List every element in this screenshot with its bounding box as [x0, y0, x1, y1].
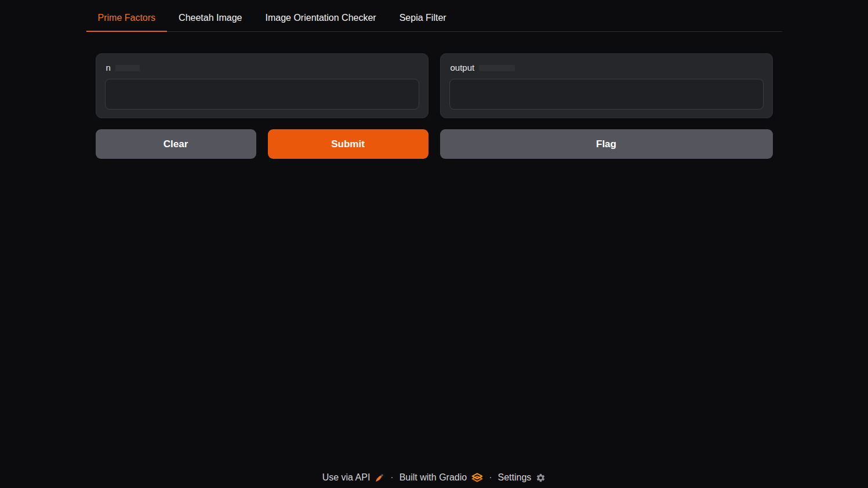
input-label-row: n: [106, 63, 419, 73]
settings-link[interactable]: Settings: [498, 472, 546, 483]
use-via-api-link[interactable]: Use via API: [322, 472, 385, 483]
flag-button[interactable]: Flag: [440, 129, 773, 159]
tab-prime-factors[interactable]: Prime Factors: [86, 5, 168, 32]
output-label-row: output: [451, 63, 764, 73]
output-button-row: Flag: [440, 129, 773, 159]
settings-label: Settings: [498, 472, 532, 483]
input-panel: n: [96, 53, 428, 118]
input-button-row: Clear Submit: [96, 129, 428, 159]
n-input[interactable]: [105, 79, 419, 110]
gear-icon: [536, 473, 546, 483]
output-column: output Flag: [440, 53, 773, 159]
footer-separator: ·: [390, 472, 393, 483]
rocket-icon: [375, 473, 384, 483]
label-shimmer: [115, 65, 140, 71]
output-panel: output: [440, 53, 773, 118]
input-label: n: [106, 63, 111, 73]
app-container: Prime Factors Cheetah Image Image Orient…: [86, 0, 782, 159]
main-content: n Clear Submit output Flag: [86, 53, 782, 159]
tab-bar: Prime Factors Cheetah Image Image Orient…: [86, 5, 782, 32]
output-label: output: [451, 63, 475, 73]
built-with-gradio-label: Built with Gradio: [400, 472, 467, 483]
gradio-logo-icon: [471, 473, 483, 482]
use-via-api-label: Use via API: [322, 472, 371, 483]
footer: Use via API · Built with Gradio · Settin…: [0, 472, 868, 483]
tab-cheetah-image[interactable]: Cheetah Image: [167, 5, 253, 32]
tab-image-orientation-checker[interactable]: Image Orientation Checker: [253, 5, 387, 32]
built-with-gradio-link[interactable]: Built with Gradio: [400, 472, 484, 483]
footer-separator: ·: [489, 472, 492, 483]
submit-button[interactable]: Submit: [268, 129, 428, 159]
label-shimmer: [479, 65, 515, 71]
input-column: n Clear Submit: [96, 53, 428, 159]
clear-button[interactable]: Clear: [96, 129, 256, 159]
output-textbox[interactable]: [449, 79, 764, 110]
tab-sepia-filter[interactable]: Sepia Filter: [388, 5, 458, 32]
